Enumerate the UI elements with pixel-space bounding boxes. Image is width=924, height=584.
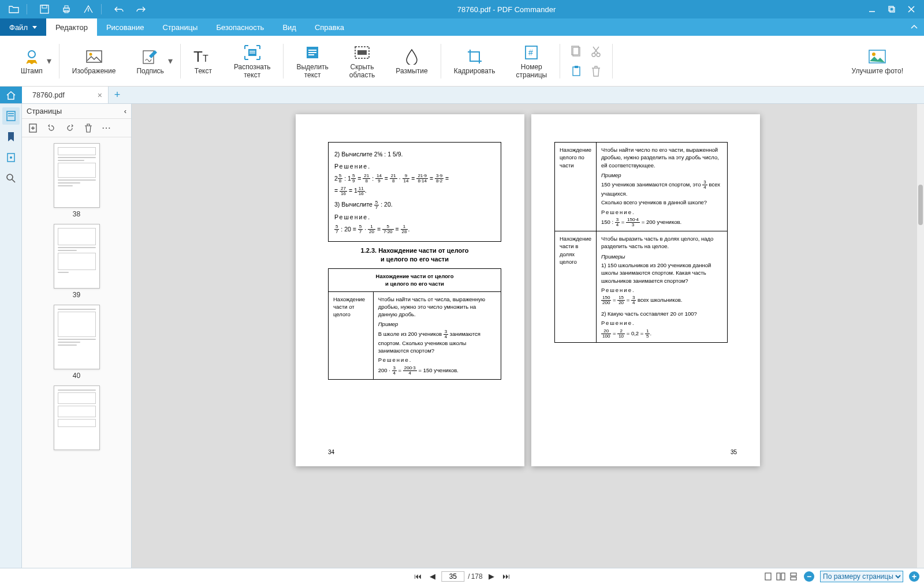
more-options-icon[interactable]: ⋯ — [100, 122, 113, 134]
stamp-dropdown[interactable]: ▾ — [46, 55, 52, 66]
zoom-select[interactable]: По размеру страницы — [820, 571, 903, 582]
home-tab[interactable] — [0, 87, 22, 103]
maximize-icon[interactable] — [886, 3, 897, 15]
svg-rect-6 — [890, 8, 895, 12]
menu-drawing[interactable]: Рисование — [97, 18, 153, 36]
svg-rect-1 — [42, 5, 47, 8]
menu-security[interactable]: Безопасность — [207, 18, 273, 36]
minimize-icon[interactable] — [866, 3, 878, 15]
svg-rect-19 — [308, 54, 314, 55]
view-continuous-icon[interactable] — [789, 572, 798, 581]
thumbnail-item[interactable]: 40 — [54, 305, 100, 380]
close-icon[interactable] — [906, 3, 917, 15]
undo-icon[interactable] — [113, 3, 125, 15]
zoom-out-button[interactable]: − — [804, 571, 814, 582]
document-tab[interactable]: 78760.pdf × — [22, 87, 109, 103]
highlight-button[interactable]: Выделить текст — [286, 38, 338, 84]
window-title: 78760.pdf - PDF Commander — [147, 5, 866, 14]
thumbnail-list[interactable]: 38 39 40 41 — [22, 137, 131, 568]
copy-icon[interactable] — [568, 43, 584, 59]
thumbnail-item[interactable]: 41 — [54, 385, 100, 461]
open-icon[interactable] — [8, 3, 20, 15]
blur-button[interactable]: Размытие — [385, 38, 438, 84]
workspace: 2) Вычислите 2⅝ : 1 5/9. Решение. 258 : … — [132, 104, 924, 568]
next-page-button[interactable]: ▶ — [486, 571, 497, 582]
paste-icon[interactable] — [568, 63, 584, 79]
svg-rect-43 — [791, 577, 796, 580]
svg-rect-17 — [308, 50, 316, 51]
svg-text:#: # — [528, 48, 533, 57]
cut-icon[interactable] — [588, 43, 604, 59]
image-button[interactable]: Изображение — [62, 38, 126, 84]
add-page-icon[interactable] — [27, 122, 39, 134]
menu-bar: Файл Редактор Рисование Страницы Безопас… — [0, 18, 924, 36]
svg-rect-39 — [765, 573, 771, 580]
text-button[interactable]: TT Текст — [183, 38, 223, 84]
page-view[interactable]: 2) Вычислите 2⅝ : 1 5/9. Решение. 258 : … — [132, 104, 924, 568]
status-bar: ⏮ ◀ 178 ▶ ⏭ − По размеру страницы + — [0, 568, 924, 584]
first-page-button[interactable]: ⏮ — [412, 571, 424, 582]
side-panel-collapse-icon[interactable]: ‹ — [124, 107, 126, 115]
thumbnail-item[interactable]: 39 — [54, 224, 100, 299]
last-page-button[interactable]: ⏭ — [500, 571, 512, 582]
view-mode-group — [763, 572, 798, 581]
svg-rect-5 — [889, 6, 893, 11]
menu-file[interactable]: Файл — [0, 18, 46, 36]
redo-icon[interactable] — [135, 3, 147, 15]
workspace-scrollbar[interactable] — [917, 104, 924, 568]
svg-rect-34 — [8, 115, 14, 117]
print-icon[interactable] — [61, 3, 72, 15]
ocr-button[interactable]: Распознать текст — [223, 38, 281, 84]
svg-text:T: T — [193, 49, 203, 64]
svg-point-37 — [7, 174, 13, 180]
prev-page-button[interactable]: ◀ — [427, 571, 438, 582]
svg-rect-33 — [8, 113, 14, 114]
thumbnails-panel-icon[interactable] — [2, 107, 20, 125]
signature-icon — [140, 47, 160, 66]
page-total: 178 — [468, 572, 482, 581]
zoom-in-button[interactable]: + — [909, 571, 919, 582]
search-panel-icon[interactable] — [2, 170, 20, 187]
svg-rect-18 — [308, 52, 316, 53]
blur-icon — [402, 47, 422, 66]
signature-dropdown[interactable]: ▾ — [167, 55, 173, 66]
menu-pages[interactable]: Страницы — [153, 18, 207, 36]
svg-rect-28 — [573, 67, 580, 76]
text-icon: TT — [193, 47, 213, 66]
svg-rect-15 — [249, 53, 255, 54]
image-icon — [84, 47, 104, 66]
hide-area-icon — [352, 43, 372, 62]
document-tab-label: 78760.pdf — [32, 91, 65, 99]
svg-point-36 — [10, 156, 12, 159]
svg-point-31 — [872, 53, 875, 56]
enhance-photo-button[interactable]: Улучшите фото! — [841, 38, 914, 84]
thumbnail-item[interactable]: 38 — [54, 143, 100, 218]
export-icon[interactable] — [83, 3, 94, 15]
menu-view[interactable]: Вид — [273, 18, 305, 36]
add-tab-button[interactable]: + — [109, 87, 126, 103]
rotate-left-icon[interactable] — [45, 122, 58, 134]
crop-icon — [465, 47, 485, 66]
bookmarks-panel-icon[interactable] — [2, 128, 20, 145]
hide-area-button[interactable]: Скрыть область — [339, 38, 385, 84]
tab-close-icon[interactable]: × — [98, 91, 102, 100]
delete-page-icon[interactable] — [82, 122, 95, 134]
svg-rect-42 — [791, 573, 796, 576]
crop-button[interactable]: Кадрировать — [444, 38, 506, 84]
page-number-button[interactable]: # Номер страницы — [505, 38, 557, 84]
clipboard-group — [562, 43, 610, 79]
page-input[interactable] — [441, 571, 464, 582]
side-panel-title: Страницы — [27, 107, 62, 115]
left-tool-strip — [0, 104, 22, 568]
menu-editor[interactable]: Редактор — [46, 18, 97, 36]
attachments-panel-icon[interactable] — [2, 149, 20, 166]
ribbon-collapse-icon[interactable] — [910, 18, 918, 36]
menu-help[interactable]: Справка — [305, 18, 353, 36]
rotate-right-icon[interactable] — [64, 122, 76, 134]
view-single-icon[interactable] — [763, 572, 773, 581]
view-facing-icon[interactable] — [776, 572, 785, 581]
delete-icon[interactable] — [588, 63, 604, 79]
save-icon[interactable] — [39, 3, 50, 15]
pdf-page-right: Нахождение целого по части Чтобы найти ч… — [531, 114, 760, 466]
page-navigation: ⏮ ◀ 178 ▶ ⏭ — [412, 571, 512, 582]
